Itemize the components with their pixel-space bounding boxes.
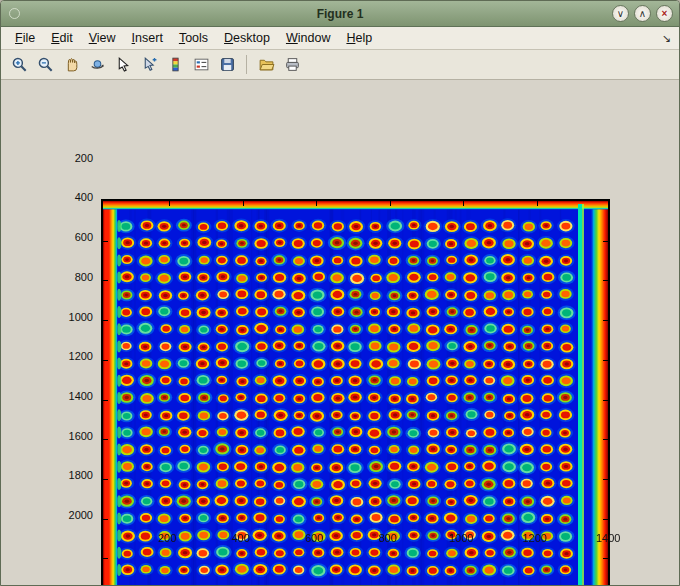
print-icon (284, 56, 301, 73)
y-tick-label: 1800 (49, 469, 93, 481)
x-tick-label: 200 (158, 532, 176, 544)
pan-icon (63, 56, 80, 73)
zoom-out-icon (37, 56, 54, 73)
x-tick-label: 1400 (596, 532, 620, 544)
menu-tools[interactable]: Tools (171, 29, 216, 47)
rotate-3d-button[interactable] (85, 53, 109, 77)
x-tick-label: 800 (378, 532, 396, 544)
open-icon (258, 56, 275, 73)
y-tick-label: 1400 (49, 390, 93, 402)
x-tick-label: 400 (231, 532, 249, 544)
titlebar[interactable]: Figure 1 ∨∧× (1, 1, 679, 27)
y-tick-label: 1200 (49, 350, 93, 362)
menu-edit[interactable]: Edit (43, 29, 81, 47)
menu-window[interactable]: Window (278, 29, 338, 47)
y-tick-label: 1000 (49, 311, 93, 323)
x-tick-label: 600 (305, 532, 323, 544)
save-icon (219, 56, 236, 73)
insert-legend-icon (193, 56, 210, 73)
y-tick-label: 1600 (49, 430, 93, 442)
x-tick-label: 1200 (522, 532, 546, 544)
plot-axes (101, 199, 610, 586)
data-cursor-icon (115, 56, 132, 73)
colorbar-button[interactable] (163, 53, 187, 77)
x-tick-label: 1000 (449, 532, 473, 544)
menu-help[interactable]: Help (338, 29, 380, 47)
zoom-in-button[interactable] (7, 53, 31, 77)
edit-plot-button[interactable] (137, 53, 161, 77)
menu-view[interactable]: View (81, 29, 124, 47)
rotate-3d-icon (89, 56, 106, 73)
data-cursor-button[interactable] (111, 53, 135, 77)
save-button[interactable] (215, 53, 239, 77)
titlebar-buttons: ∨∧× (612, 5, 673, 22)
figure-canvas-area: Retry Continue / Finish 2004006008001000… (1, 81, 679, 586)
toolbar (1, 50, 679, 80)
plate-image (103, 201, 608, 586)
figure-window: Figure 1 ∨∧× FileEditViewInsertToolsDesk… (0, 0, 680, 586)
y-tick-label: 200 (49, 152, 93, 164)
close-button[interactable]: × (656, 5, 673, 22)
menu-file[interactable]: File (7, 29, 43, 47)
edit-plot-icon (141, 56, 158, 73)
insert-legend-button[interactable] (189, 53, 213, 77)
menu-desktop[interactable]: Desktop (216, 29, 278, 47)
y-tick-label: 400 (49, 191, 93, 203)
zoom-in-icon (11, 56, 28, 73)
window-title: Figure 1 (1, 7, 679, 21)
dock-figure-icon[interactable]: ↘ (662, 32, 671, 45)
maximize-button[interactable]: ∧ (634, 5, 651, 22)
colorbar-icon (167, 56, 184, 73)
pan-button[interactable] (59, 53, 83, 77)
y-tick-label: 600 (49, 231, 93, 243)
y-tick-label: 800 (49, 271, 93, 283)
print-button[interactable] (280, 53, 304, 77)
menubar: FileEditViewInsertToolsDesktopWindowHelp… (1, 27, 679, 50)
zoom-out-button[interactable] (33, 53, 57, 77)
shade-button[interactable]: ∨ (612, 5, 629, 22)
toolbar-separator (246, 55, 247, 74)
y-tick-label: 2000 (49, 509, 93, 521)
open-button[interactable] (254, 53, 278, 77)
menu-insert[interactable]: Insert (124, 29, 171, 47)
